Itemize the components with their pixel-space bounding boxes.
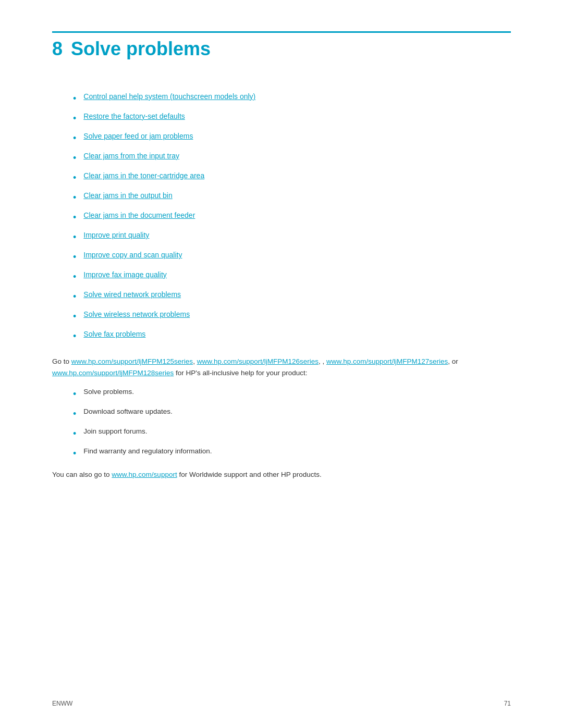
- bullet-icon: •: [73, 290, 76, 304]
- footer: ENWW 71: [52, 700, 511, 707]
- toc-link[interactable]: Clear jams in the toner-cartridge area: [83, 170, 204, 181]
- toc-list-item: •Clear jams in the document feeder: [73, 210, 511, 225]
- bullet-icon: •: [73, 447, 76, 461]
- toc-link[interactable]: Control panel help system (touchscreen m…: [83, 91, 255, 102]
- plain-list-item: •Join support forums.: [73, 426, 511, 441]
- bullet-icon: •: [73, 171, 76, 185]
- toc-list-item: •Solve paper feed or jam problems: [73, 131, 511, 145]
- toc-link[interactable]: Solve paper feed or jam problems: [83, 131, 193, 142]
- bullet-icon: •: [73, 427, 76, 441]
- plain-list-item: •Find warranty and regulatory informatio…: [73, 446, 511, 461]
- toc-list-item: •Solve wired network problems: [73, 289, 511, 304]
- toc-list-item: •Restore the factory-set defaults: [73, 111, 511, 126]
- toc-link[interactable]: Clear jams from the input tray: [83, 151, 179, 162]
- bullet-icon: •: [73, 230, 76, 244]
- plain-item-text: Solve problems.: [83, 387, 134, 397]
- toc-link[interactable]: Clear jams in the output bin: [83, 190, 172, 201]
- toc-list-item: •Control panel help system (touchscreen …: [73, 91, 511, 106]
- bullet-icon: •: [73, 310, 76, 324]
- plain-item-text: Join support forums.: [83, 426, 147, 437]
- plain-item-text: Download software updates.: [83, 406, 172, 417]
- plain-list-item: •Download software updates.: [73, 406, 511, 421]
- also-link[interactable]: www.hp.com/support: [112, 471, 177, 478]
- bullet-icon: •: [73, 112, 76, 126]
- bullet-icon: •: [73, 191, 76, 205]
- chapter-title: Solve problems: [71, 38, 211, 60]
- toc-list-item: •Improve copy and scan quality: [73, 250, 511, 264]
- toc-list-item: •Solve fax problems: [73, 329, 511, 343]
- goto-link-3[interactable]: www.hp.com/support/ljMFPM127series: [326, 357, 448, 365]
- footer-left: ENWW: [52, 700, 72, 707]
- bullet-icon: •: [73, 151, 76, 165]
- also-paragraph: You can also go to www.hp.com/support fo…: [52, 469, 511, 480]
- bullet-icon: •: [73, 387, 76, 401]
- bullet-icon: •: [73, 131, 76, 145]
- goto-link-1[interactable]: www.hp.com/support/ljMFPM125series: [71, 357, 193, 365]
- chapter-number: 8: [52, 38, 63, 60]
- toc-list-item: •Solve wireless network problems: [73, 309, 511, 324]
- toc-list: •Control panel help system (touchscreen …: [73, 91, 511, 343]
- bullet-icon: •: [73, 92, 76, 106]
- toc-link[interactable]: Improve copy and scan quality: [83, 250, 182, 261]
- plain-item-text: Find warranty and regulatory information…: [83, 446, 212, 456]
- bullet-icon: •: [73, 250, 76, 264]
- toc-list-item: •Improve fax image quality: [73, 269, 511, 284]
- bullet-icon: •: [73, 270, 76, 284]
- toc-link[interactable]: Improve fax image quality: [83, 269, 167, 280]
- toc-list-item: •Clear jams in the toner-cartridge area: [73, 170, 511, 185]
- toc-link[interactable]: Clear jams in the document feeder: [83, 210, 195, 221]
- plain-list: •Solve problems.•Download software updat…: [73, 387, 511, 461]
- bullet-icon: •: [73, 211, 76, 225]
- goto-link-4[interactable]: www.hp.com/support/ljMFPM128series: [52, 369, 174, 377]
- plain-list-item: •Solve problems.: [73, 387, 511, 401]
- chapter-header: 8 Solve problems: [52, 33, 511, 60]
- goto-link-2[interactable]: www.hp.com/support/ljMFPM126series: [197, 357, 319, 365]
- footer-right: 71: [504, 700, 511, 707]
- goto-paragraph: Go to www.hp.com/support/ljMFPM125series…: [52, 356, 511, 378]
- toc-list-item: •Clear jams in the output bin: [73, 190, 511, 205]
- bullet-icon: •: [73, 329, 76, 343]
- toc-link[interactable]: Restore the factory-set defaults: [83, 111, 185, 122]
- toc-link[interactable]: Solve wired network problems: [83, 289, 181, 300]
- bullet-icon: •: [73, 407, 76, 421]
- toc-list-item: •Improve print quality: [73, 230, 511, 244]
- toc-link[interactable]: Solve wireless network problems: [83, 309, 190, 320]
- toc-list-item: •Clear jams from the input tray: [73, 151, 511, 165]
- toc-link[interactable]: Improve print quality: [83, 230, 149, 241]
- toc-link[interactable]: Solve fax problems: [83, 329, 145, 340]
